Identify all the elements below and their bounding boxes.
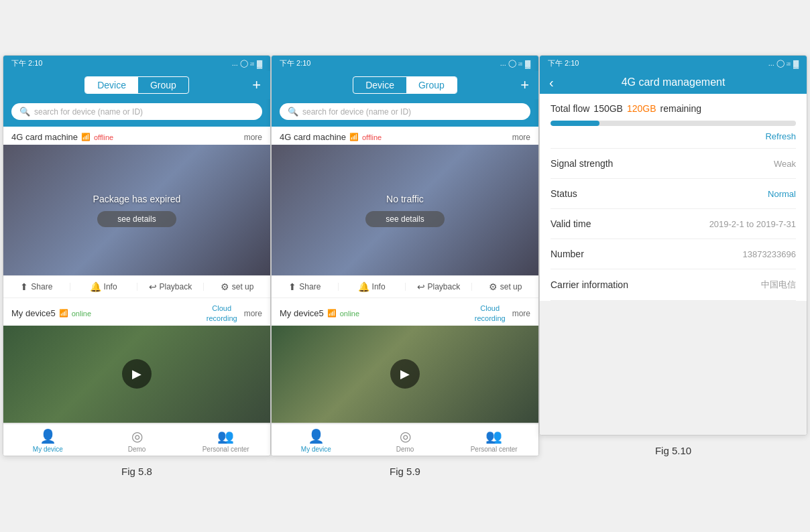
figure-5-8: 下午 2:10 ... ◯ ᵢₗₗ ▓ Device Group + 🔍 sea… [3,55,271,477]
toggle-group-5-9[interactable]: Device Group [353,76,457,94]
figure-5-10: 下午 2:10 ... ◯ ᵢₗₗ ▓ ‹ 4G card management… [539,55,807,456]
more-btn-2-5-9[interactable]: more [512,309,530,318]
share-icon: ⬆ [20,281,28,292]
personal-label: Personal center [202,446,249,453]
search-placeholder-5-9[interactable]: search for device (name or ID) [302,107,411,117]
setup-label: set up [232,282,254,291]
setup-action-1-5-9[interactable]: ⚙ set up [472,281,538,292]
info-row-status: Status Normal [540,179,807,208]
playback-icon-1-5-9: ↩ [417,281,425,292]
tab-demo-5-9[interactable]: ◎ Demo [361,428,450,453]
info-icon-1-5-9: 🔔 [358,281,369,292]
valid-label: Valid time [551,218,591,229]
search-bar-5-9: 🔍 search for device (name or ID) [272,99,538,127]
fig-label-5-9: Fig 5.9 [390,466,420,477]
info-action-1[interactable]: 🔔 Info [70,281,137,292]
info-row-carrier: Carrier information 中国电信 [540,269,807,300]
device-header-2-5-9: My device5 📶 online Cloudrecording more [272,298,538,326]
video-msg-1-5-9: No traffic [386,194,424,204]
progress-fill [551,121,599,126]
tab-demo[interactable]: ◎ Demo [93,428,182,453]
play-button-2-5-9[interactable]: ▶ [390,359,420,389]
toggle-group[interactable]: Device Group [84,76,189,94]
add-button-5-9[interactable]: + [520,76,529,94]
demo-icon-5-9: ◎ [400,428,411,444]
header-5-8: Device Group + [3,71,270,99]
video-preview-1[interactable]: ID: 582412896 Package has expired see de… [3,145,270,275]
number-value: 13873233696 [742,249,796,259]
info-action-1-5-9[interactable]: 🔔 Info [339,281,405,292]
carrier-value: 中国电信 [761,279,796,291]
group-tab-5-9[interactable]: Group [406,77,457,93]
device-name-row-2-5-9: My device5 📶 online [280,308,359,318]
device-tab[interactable]: Device [85,77,138,93]
search-icon: 🔍 [19,107,30,117]
demo-label: Demo [128,446,146,453]
demo-icon: ◎ [131,428,143,444]
info-icon: 🔔 [90,281,101,292]
group-tab[interactable]: Group [138,77,188,93]
gray-area [540,301,807,435]
my-device-icon: 👤 [40,428,56,444]
video-preview-2-5-9[interactable]: ID: 582412896 ▶ [272,326,538,423]
info-label-1-5-9: Info [372,282,386,291]
video-preview-1-5-9[interactable]: ID: 582412896 No traffic see details [272,145,538,275]
device-my5: My device5 📶 online Cloudrecording more … [3,298,270,423]
share-action-1-5-9[interactable]: ⬆ Share [272,281,338,292]
back-button[interactable]: ‹ [549,75,554,90]
device-tab-5-9[interactable]: Device [353,77,406,93]
share-icon-1-5-9: ⬆ [288,281,296,292]
share-label-1-5-9: Share [299,282,321,291]
device-status-1-5-9: offline [362,133,382,141]
playback-action-1[interactable]: ↩ Playback [137,281,204,292]
device-my5-5-9: My device5 📶 online Cloudrecording more … [272,298,538,423]
tab-bar-5-9: 👤 My device ◎ Demo 👥 Personal center [272,423,538,456]
device-name-row-2: My device5 📶 online [11,308,91,318]
signal-dots-5-10: ... ◯ ᵢₗₗ [768,59,791,68]
tab-personal-5-9[interactable]: 👥 Personal center [449,428,538,453]
mgmt-content: Total flow 150GB 120GB remaining Refresh… [540,94,807,301]
tab-my-device-5-9[interactable]: 👤 My device [272,428,361,453]
more-btn-1-5-9[interactable]: more [512,133,530,142]
more-btn-2[interactable]: more [244,309,262,318]
see-details-btn-1[interactable]: see details [97,211,176,227]
status-bar-5-9: 下午 2:10 ... ◯ ᵢₗₗ ▓ [272,56,538,71]
video-preview-2[interactable]: ID: 582412896 ▶ [3,326,270,423]
search-inner: 🔍 search for device (name or ID) [11,103,262,120]
search-inner-5-9: 🔍 search for device (name or ID) [280,103,530,120]
add-button[interactable]: + [252,76,261,94]
device-header-1-5-9: 4G card machine 📶 offline more [272,127,538,145]
signal-label: Signal strength [551,158,613,169]
play-button-2[interactable]: ▶ [122,359,152,389]
fig-label-5-8: Fig 5.8 [121,466,152,477]
search-icon-5-9: 🔍 [288,107,298,117]
playback-label: Playback [160,282,192,291]
status-value: Normal [768,189,796,199]
cloud-recording-btn[interactable]: Cloudrecording [207,304,237,323]
valid-value: 2019-2-1 to 2019-7-31 [709,219,796,229]
status-time-5-10: 下午 2:10 [548,58,579,68]
info-row-number: Number 13873233696 [540,239,807,269]
cloud-recording-btn-5-9[interactable]: Cloudrecording [475,304,506,323]
more-btn-1[interactable]: more [244,133,262,142]
progress-track [551,121,796,126]
video-bg-1-5-9: No traffic see details [272,145,538,275]
device-name-1-5-9: 4G card machine [280,132,346,142]
see-details-btn-1-5-9[interactable]: see details [365,211,444,227]
tab-my-device[interactable]: 👤 My device [3,428,93,453]
refresh-button[interactable]: Refresh [765,131,796,141]
search-placeholder[interactable]: search for device (name or ID) [34,107,143,117]
setup-action-1[interactable]: ⚙ set up [204,281,270,292]
device-header-2: My device5 📶 online Cloudrecording more [3,298,270,326]
my-device-label: My device [33,446,63,453]
video-bg-1: Package has expired see details [3,145,270,275]
playback-action-1-5-9[interactable]: ↩ Playback [406,281,472,292]
info-row-valid: Valid time 2019-2-1 to 2019-7-31 [540,209,807,239]
device-header-1: 4G card machine 📶 offline more [3,127,270,145]
share-action-1[interactable]: ⬆ Share [3,281,70,292]
demo-label-5-9: Demo [396,446,414,453]
tab-personal[interactable]: 👥 Personal center [181,428,270,453]
header-5-9: Device Group + [272,71,538,99]
info-row-signal: Signal strength Weak [540,149,807,178]
action-bar-1: ⬆ Share 🔔 Info ↩ Playback ⚙ [3,275,270,297]
